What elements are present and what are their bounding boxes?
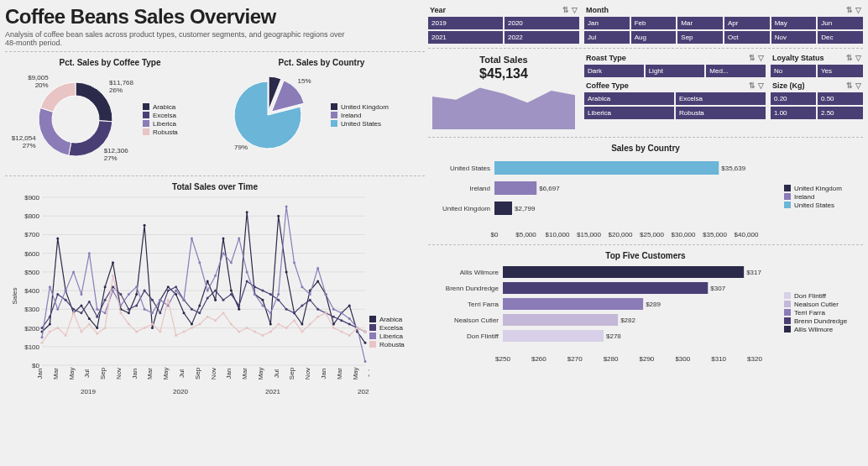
svg-rect-257 xyxy=(503,330,604,342)
sort-icon[interactable]: ⇅ xyxy=(749,81,756,90)
filter-btn-2.50[interactable]: 2.50 xyxy=(818,107,863,119)
filter-btn-jan[interactable]: Jan xyxy=(584,17,630,29)
svg-rect-251 xyxy=(503,298,643,310)
sort-icon[interactable]: ⇅ xyxy=(846,54,853,62)
filter-btn-0.20[interactable]: 0.20 xyxy=(771,92,816,105)
filter-btn-oct[interactable]: Oct xyxy=(724,31,770,44)
filter-btn-liberica[interactable]: Liberica xyxy=(584,107,674,119)
svg-text:27%: 27% xyxy=(23,142,36,149)
svg-text:$12,054: $12,054 xyxy=(12,134,36,142)
filter-btn-light[interactable]: Light xyxy=(646,65,705,77)
svg-text:$30,000: $30,000 xyxy=(672,231,696,238)
svg-text:United Kingdom: United Kingdom xyxy=(442,205,490,212)
timeseries-chart: $0$100$200$300$400$500$600$700$800$900Sa… xyxy=(8,193,369,399)
svg-text:$6,697: $6,697 xyxy=(539,185,560,192)
filter-btn-dark[interactable]: Dark xyxy=(584,65,644,77)
svg-text:Mar: Mar xyxy=(146,368,154,380)
svg-text:$12,306: $12,306 xyxy=(104,147,128,154)
filter-btn-arabica[interactable]: Arabica xyxy=(584,92,674,105)
total-area-chart xyxy=(432,83,575,129)
total-sales-card: Total Sales $45,134 xyxy=(428,53,579,133)
filter-btn-nov[interactable]: Nov xyxy=(771,31,817,44)
filter-icon[interactable]: ▽ xyxy=(855,6,861,14)
filter-btn-excelsa[interactable]: Excelsa xyxy=(676,92,766,105)
svg-rect-248 xyxy=(503,282,708,294)
svg-rect-254 xyxy=(503,314,618,326)
svg-rect-233 xyxy=(494,202,512,215)
svg-text:$0: $0 xyxy=(491,231,499,238)
filter-btn-2020[interactable]: 2020 xyxy=(505,17,579,29)
svg-text:$282: $282 xyxy=(620,317,635,324)
svg-text:Jul: Jul xyxy=(367,369,369,378)
svg-text:$290: $290 xyxy=(640,355,655,363)
svg-text:$289: $289 xyxy=(646,301,661,308)
svg-text:$600: $600 xyxy=(24,250,39,258)
header: Coffee Beans Sales Overview Analysis of … xyxy=(5,5,425,47)
page-subtitle: Analysis of coffee bean sales across pro… xyxy=(5,30,358,47)
svg-text:$800: $800 xyxy=(24,212,39,220)
filter-icon[interactable]: ▽ xyxy=(855,54,861,62)
filter-btn-med...[interactable]: Med... xyxy=(706,65,766,77)
filter-btn-aug[interactable]: Aug xyxy=(631,31,677,44)
svg-text:$300: $300 xyxy=(675,355,690,363)
filter-btn-2021[interactable]: 2021 xyxy=(428,31,503,44)
svg-text:Sep: Sep xyxy=(288,367,295,380)
svg-text:Nov: Nov xyxy=(115,368,123,380)
filter-btn-0.50[interactable]: 0.50 xyxy=(818,92,863,105)
svg-text:Jul: Jul xyxy=(83,369,91,378)
svg-text:$100: $100 xyxy=(24,343,39,351)
page-title: Coffee Beans Sales Overview xyxy=(5,5,425,29)
svg-text:$317: $317 xyxy=(746,269,761,276)
country-bar-panel: Sales by Country United States$35,639Ire… xyxy=(428,142,863,240)
svg-text:26%: 26% xyxy=(109,86,123,94)
svg-rect-227 xyxy=(494,161,719,175)
filter-btn-2019[interactable]: 2019 xyxy=(428,17,503,29)
filter-btn-dec[interactable]: Dec xyxy=(818,31,863,44)
sort-icon[interactable]: ⇅ xyxy=(749,54,756,62)
filter-btn-apr[interactable]: Apr xyxy=(724,17,770,29)
total-value: $45,134 xyxy=(431,66,576,81)
donut-chart: $11,76826%$12,30627%$12,05427%$9,00520% xyxy=(8,69,143,170)
filter-year: Year⇅▽ 2019202020212022 xyxy=(428,5,579,44)
svg-text:$200: $200 xyxy=(24,325,39,332)
donut-chart-panel: Pct. Sales by Coffee Type $11,76826%$12,… xyxy=(5,56,215,171)
svg-text:$5,000: $5,000 xyxy=(515,231,536,238)
pie-legend: United KingdomIrelandUnited States xyxy=(331,102,389,128)
svg-text:United States: United States xyxy=(450,165,490,172)
svg-text:Mar: Mar xyxy=(336,368,343,380)
svg-text:20%: 20% xyxy=(35,81,49,89)
customers-legend: Don FlintiffNealson CutlerTerri FarraBre… xyxy=(784,291,847,334)
svg-text:$500: $500 xyxy=(24,269,39,276)
filter-btn-feb[interactable]: Feb xyxy=(631,17,677,29)
sort-icon[interactable]: ⇅ xyxy=(562,6,569,14)
filter-icon[interactable]: ▽ xyxy=(758,81,764,90)
svg-text:$10,000: $10,000 xyxy=(546,231,570,238)
sort-icon[interactable]: ⇅ xyxy=(846,81,853,90)
timeseries-legend: ArabicaExcelsaLibericaRobusta xyxy=(369,315,405,349)
svg-text:$278: $278 xyxy=(606,332,621,340)
filter-btn-jun[interactable]: Jun xyxy=(818,17,863,29)
svg-text:$700: $700 xyxy=(24,231,39,238)
filter-size: Size (Kg)⇅▽ 0.200.501.002.50 xyxy=(771,81,863,119)
svg-text:Mar: Mar xyxy=(52,368,60,380)
filter-btn-2022[interactable]: 2022 xyxy=(505,31,579,44)
filter-btn-mar[interactable]: Mar xyxy=(677,17,723,29)
filter-icon[interactable]: ▽ xyxy=(572,6,578,14)
filter-btn-robusta[interactable]: Robusta xyxy=(676,107,766,119)
sort-icon[interactable]: ⇅ xyxy=(846,6,853,14)
pie-chart-panel: Pct. Sales by Country 6%15%79% United Ki… xyxy=(218,56,425,171)
svg-text:Sep: Sep xyxy=(99,367,107,380)
svg-text:$280: $280 xyxy=(604,355,619,363)
svg-text:Jul: Jul xyxy=(273,369,280,378)
donut-legend: ArabicaExcelsaLibericaRobusta xyxy=(143,102,178,137)
filter-icon[interactable]: ▽ xyxy=(855,81,861,90)
filter-btn-sep[interactable]: Sep xyxy=(677,31,723,44)
svg-text:Ireland: Ireland xyxy=(470,185,490,192)
filter-btn-no[interactable]: No xyxy=(771,65,816,77)
customers-chart: Allis Wilmore$317Brenn Dundredge$307Terr… xyxy=(431,262,784,363)
filter-btn-yes[interactable]: Yes xyxy=(818,65,863,77)
filter-icon[interactable]: ▽ xyxy=(758,54,764,62)
filter-btn-jul[interactable]: Jul xyxy=(584,31,630,44)
filter-btn-may[interactable]: May xyxy=(771,17,817,29)
filter-btn-1.00[interactable]: 1.00 xyxy=(771,107,816,119)
